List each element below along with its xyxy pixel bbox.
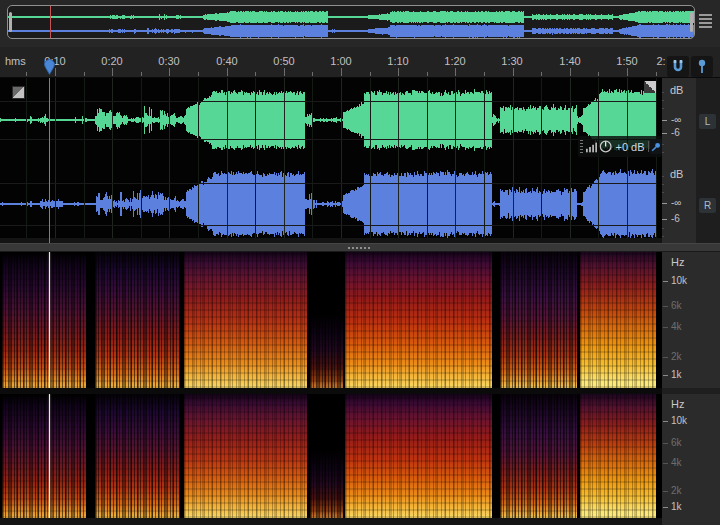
hud-drag-handle-icon[interactable] bbox=[580, 140, 583, 153]
time-label: 0:50 bbox=[267, 55, 301, 67]
db-scale-tick bbox=[662, 192, 664, 193]
ruler-tick bbox=[541, 72, 542, 76]
gain-knob-icon[interactable] bbox=[599, 139, 612, 154]
grid-line bbox=[398, 78, 399, 243]
marker-button[interactable] bbox=[691, 56, 713, 77]
waveform-editor-canvas[interactable]: +0 dB bbox=[0, 78, 662, 243]
freq-tick-label: 1k bbox=[671, 501, 682, 512]
grid-line bbox=[370, 78, 371, 243]
grid-line bbox=[55, 78, 56, 243]
db-scale-tick bbox=[662, 92, 664, 93]
panel-splitter[interactable] bbox=[0, 243, 720, 252]
grid-line bbox=[0, 225, 656, 226]
ruler-tick bbox=[627, 68, 628, 76]
ruler-tick bbox=[341, 68, 342, 76]
spectrogram-segment bbox=[184, 394, 307, 518]
db-unit-label: dB bbox=[670, 84, 683, 96]
db-scale-tick bbox=[662, 108, 664, 109]
overview-range-selector[interactable] bbox=[7, 5, 695, 39]
freq-tick-label: 6k bbox=[671, 437, 682, 448]
db-tick-label: -6 bbox=[671, 213, 680, 224]
volume-hud[interactable]: +0 dB bbox=[578, 136, 662, 157]
bottom-margin bbox=[0, 518, 662, 525]
channel-button-left[interactable]: L bbox=[699, 114, 716, 129]
spectrogram-segment bbox=[580, 252, 656, 388]
spectrogram-segment bbox=[345, 252, 492, 388]
db-unit-label: dB bbox=[670, 168, 683, 180]
waveform-path bbox=[1, 89, 656, 151]
marker-icon bbox=[695, 59, 709, 74]
time-label: 1:20 bbox=[438, 55, 472, 67]
hud-pin-button[interactable] bbox=[650, 139, 662, 154]
time-label: 0:40 bbox=[210, 55, 244, 67]
ruler-tick bbox=[112, 68, 113, 76]
freq-scale-left: Hz 10k6k4k2k1k bbox=[662, 252, 720, 388]
time-label: 1:30 bbox=[495, 55, 529, 67]
overview-playhead[interactable] bbox=[50, 6, 51, 38]
ruler-tick bbox=[141, 72, 142, 76]
grid-line bbox=[627, 78, 628, 243]
grid-line bbox=[141, 78, 142, 243]
fade-in-handle[interactable] bbox=[12, 86, 25, 99]
ruler-tick bbox=[370, 72, 371, 76]
ruler-tick bbox=[198, 72, 199, 76]
spectrogram-right[interactable] bbox=[0, 394, 662, 518]
grid-line bbox=[455, 78, 456, 243]
ruler-tick bbox=[656, 72, 657, 76]
freq-unit-label: Hz bbox=[671, 256, 684, 268]
freq-scale-right: Hz 10k6k4k2k1k bbox=[662, 394, 720, 525]
spectrogram-left[interactable] bbox=[0, 252, 662, 388]
range-handle-right[interactable] bbox=[690, 12, 693, 32]
splitter-grip-dot bbox=[356, 247, 358, 249]
audio-editor-window: hms 0:100:200:300:400:501:001:101:201:30… bbox=[0, 0, 720, 525]
spectrogram-segment bbox=[500, 394, 577, 518]
grid-line bbox=[427, 78, 428, 243]
grid-line bbox=[0, 139, 656, 140]
spectrogram-playhead bbox=[49, 394, 50, 518]
gain-value: +0 dB bbox=[616, 141, 645, 153]
ruler-tick bbox=[312, 72, 313, 76]
grid-line bbox=[341, 78, 342, 243]
channel-button-right[interactable]: R bbox=[699, 198, 716, 213]
grid-line bbox=[284, 78, 285, 243]
time-label: 1:00 bbox=[324, 55, 358, 67]
grid-line bbox=[0, 101, 656, 102]
hud-separator bbox=[648, 141, 649, 152]
playhead-marker-icon[interactable] bbox=[44, 59, 55, 75]
db-tick-label: -6 bbox=[671, 127, 680, 138]
grid-line bbox=[541, 78, 542, 243]
ruler-tick bbox=[84, 72, 85, 76]
freq-tick-label: 4k bbox=[671, 457, 682, 468]
playhead-line[interactable] bbox=[49, 78, 50, 243]
spectrogram-segment bbox=[95, 394, 180, 518]
timeline-ruler[interactable]: hms 0:100:200:300:400:501:001:101:201:30… bbox=[0, 47, 720, 78]
grid-line bbox=[84, 78, 85, 243]
overview-waveform bbox=[8, 6, 695, 39]
snap-button[interactable] bbox=[667, 56, 689, 77]
grid-line bbox=[227, 78, 228, 243]
waveform-path bbox=[9, 11, 696, 23]
spectrogram-segment bbox=[345, 394, 492, 518]
db-scale-tick bbox=[662, 176, 664, 177]
fade-out-handle[interactable] bbox=[644, 81, 656, 93]
grid-line bbox=[112, 78, 113, 243]
db-tick-label: -∞ bbox=[671, 114, 681, 125]
range-handle-left[interactable] bbox=[9, 12, 12, 32]
time-label: 1:10 bbox=[381, 55, 415, 67]
spectrogram-segment bbox=[2, 252, 86, 388]
db-scale-tick bbox=[662, 184, 664, 185]
freq-tick-label: 1k bbox=[671, 369, 682, 380]
waveform-display bbox=[0, 78, 662, 243]
db-scale-tick bbox=[662, 219, 667, 220]
levels-icon bbox=[586, 141, 598, 153]
panel-menu-icon[interactable] bbox=[699, 14, 714, 30]
grid-line bbox=[169, 78, 170, 243]
grid-line bbox=[656, 78, 657, 243]
db-scale-tick bbox=[662, 236, 664, 237]
ruler-tick bbox=[598, 72, 599, 76]
splitter-grip-dot bbox=[360, 247, 362, 249]
ruler-tick bbox=[513, 68, 514, 76]
ruler-tick bbox=[427, 72, 428, 76]
ruler-tick bbox=[484, 72, 485, 76]
grid-line bbox=[484, 78, 485, 243]
